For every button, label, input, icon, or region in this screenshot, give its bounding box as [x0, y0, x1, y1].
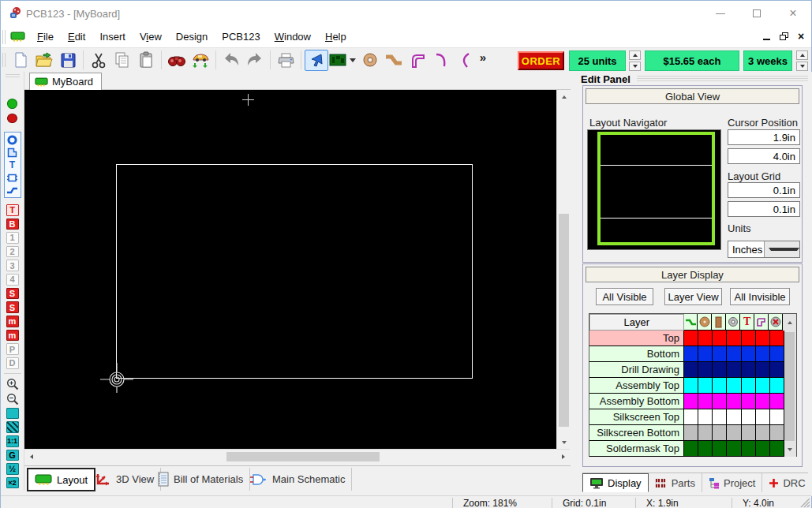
- drill-layer-button[interactable]: D: [6, 357, 19, 369]
- layer-name-cell[interactable]: Top: [589, 331, 684, 346]
- copy-button[interactable]: [110, 50, 134, 71]
- menu-insert[interactable]: Insert: [92, 28, 133, 46]
- zoom-grid-button[interactable]: G: [6, 450, 19, 461]
- order-button[interactable]: ORDER: [518, 51, 564, 70]
- rect-pad-icon[interactable]: [712, 314, 726, 331]
- units-spinner-down[interactable]: [629, 62, 641, 71]
- undo-button[interactable]: [219, 50, 243, 71]
- layer-bottom-button[interactable]: B: [6, 219, 19, 230]
- layer-display-header[interactable]: Layer Display: [586, 267, 799, 282]
- grid-x-field[interactable]: 0.1in: [728, 182, 800, 198]
- layer-name-cell[interactable]: Drill Drawing: [589, 362, 684, 378]
- menu-help[interactable]: Help: [318, 28, 354, 46]
- layer-color-cells[interactable]: [684, 409, 784, 425]
- via-tool-icon[interactable]: [6, 133, 20, 146]
- tab-bill-of-materials[interactable]: Bill of Materials: [151, 468, 250, 491]
- tab-main-schematic[interactable]: Main Schematic: [242, 468, 352, 491]
- document-tab-myboard[interactable]: MyBoard: [29, 73, 102, 90]
- scroll-right-icon[interactable]: [556, 450, 570, 463]
- arc-cw-tool-button[interactable]: [453, 50, 477, 71]
- scroll-left-icon[interactable]: [24, 450, 38, 463]
- grid-y-field[interactable]: 0.1in: [728, 201, 800, 217]
- trace-tool-icon[interactable]: [6, 184, 20, 196]
- layer-name-cell[interactable]: Silkscreen Bottom: [589, 425, 684, 441]
- corner-tool-button[interactable]: [406, 50, 429, 71]
- leadtime-spinner-up[interactable]: [796, 50, 808, 60]
- toolbar-grip[interactable]: [2, 53, 6, 67]
- arc-ccw-tool-button[interactable]: [429, 50, 453, 71]
- units-spinner-up[interactable]: [629, 50, 641, 60]
- layer-name-cell[interactable]: Assembly Top: [589, 378, 684, 394]
- resize-grip-icon[interactable]: [800, 498, 810, 508]
- scroll-down-icon[interactable]: [557, 435, 571, 449]
- zoom-in-button[interactable]: [6, 378, 20, 391]
- board-view-button[interactable]: [328, 50, 347, 71]
- layer-view-button[interactable]: Layer View: [664, 288, 722, 305]
- zoom-double-button[interactable]: ×2: [6, 477, 19, 489]
- layer-name-cell[interactable]: Assembly Bottom: [589, 394, 684, 409]
- menubar-grip[interactable]: [2, 30, 6, 44]
- combo-dropdown-icon[interactable]: [764, 241, 800, 257]
- menu-window[interactable]: Window: [268, 28, 318, 46]
- mdi-restore-icon[interactable]: [778, 31, 789, 42]
- layer-scroll-up-icon[interactable]: [783, 314, 796, 331]
- layer-1-button[interactable]: 1: [6, 232, 19, 244]
- close-icon[interactable]: ×: [775, 1, 811, 26]
- maximize-icon[interactable]: [739, 1, 775, 26]
- save-button[interactable]: [56, 50, 80, 71]
- drill-hole-icon[interactable]: [726, 314, 740, 331]
- vertical-scroll-thumb[interactable]: [559, 214, 569, 427]
- scroll-up-icon[interactable]: [557, 90, 571, 103]
- text-icon[interactable]: T: [740, 314, 754, 331]
- component-tool-icon[interactable]: [6, 171, 20, 184]
- zoom-out-button[interactable]: [6, 393, 20, 406]
- all-invisible-button[interactable]: All Invisible: [730, 288, 790, 305]
- layer-4-button[interactable]: 4: [6, 274, 19, 286]
- layer-name-cell[interactable]: Bottom: [589, 346, 684, 362]
- tab-drc[interactable]: DRC: [762, 473, 812, 492]
- mdi-close-icon[interactable]: ×: [795, 31, 806, 42]
- menu-pcb123[interactable]: PCB123: [215, 28, 267, 46]
- zoom-1to1-button[interactable]: 1:1: [6, 435, 19, 447]
- select-pointer-button[interactable]: [305, 50, 328, 71]
- soldermask-top-button[interactable]: m: [6, 316, 19, 327]
- soldermask-bottom-button[interactable]: m: [6, 330, 19, 342]
- left-toolbar-grip[interactable]: [6, 74, 20, 77]
- menu-file[interactable]: File: [30, 28, 61, 46]
- paste-layer-button[interactable]: P: [6, 343, 19, 355]
- open-button[interactable]: [32, 50, 56, 71]
- canvas-vertical-scrollbar[interactable]: [556, 90, 570, 449]
- layer-table-scrollbar[interactable]: [783, 314, 796, 457]
- tab-project[interactable]: Project: [702, 473, 762, 492]
- layer-name-cell[interactable]: Silkscreen Top: [589, 409, 684, 425]
- layout-canvas[interactable]: [24, 90, 556, 449]
- zoom-half-button[interactable]: ½: [6, 463, 19, 475]
- board-view-dropdown[interactable]: [347, 50, 358, 71]
- cursor-x-field[interactable]: 1.9in: [728, 129, 800, 145]
- layer-scroll-thumb[interactable]: [784, 332, 795, 441]
- layout-navigator[interactable]: [587, 129, 721, 250]
- redo-button[interactable]: [243, 50, 267, 71]
- layer-color-cells[interactable]: [684, 346, 784, 362]
- units-combobox[interactable]: Inches: [728, 241, 800, 258]
- minimize-icon[interactable]: [702, 1, 739, 26]
- navigator-viewport[interactable]: [597, 132, 715, 245]
- more-tools-button[interactable]: »: [477, 50, 489, 71]
- layer-color-cells[interactable]: [684, 331, 784, 346]
- keepout-icon[interactable]: [769, 314, 783, 331]
- silkscreen-top-button[interactable]: S: [6, 288, 19, 300]
- layer-color-cells[interactable]: [684, 425, 784, 441]
- menu-view[interactable]: View: [133, 28, 169, 46]
- layer-column-header[interactable]: Layer: [589, 314, 684, 331]
- find-button[interactable]: [165, 50, 189, 71]
- new-document-button[interactable]: [9, 50, 32, 71]
- layer-color-cells[interactable]: [684, 362, 784, 378]
- polygon-tool-icon[interactable]: [6, 146, 20, 159]
- tab-layout[interactable]: Layout: [27, 468, 95, 491]
- polygon-icon[interactable]: [754, 314, 769, 331]
- global-view-header[interactable]: Global View: [586, 88, 799, 104]
- filled-mode-button[interactable]: [6, 408, 19, 420]
- layer-color-cells[interactable]: [684, 378, 784, 394]
- layer-color-cells[interactable]: [684, 441, 784, 457]
- autoplace-button[interactable]: [189, 50, 212, 71]
